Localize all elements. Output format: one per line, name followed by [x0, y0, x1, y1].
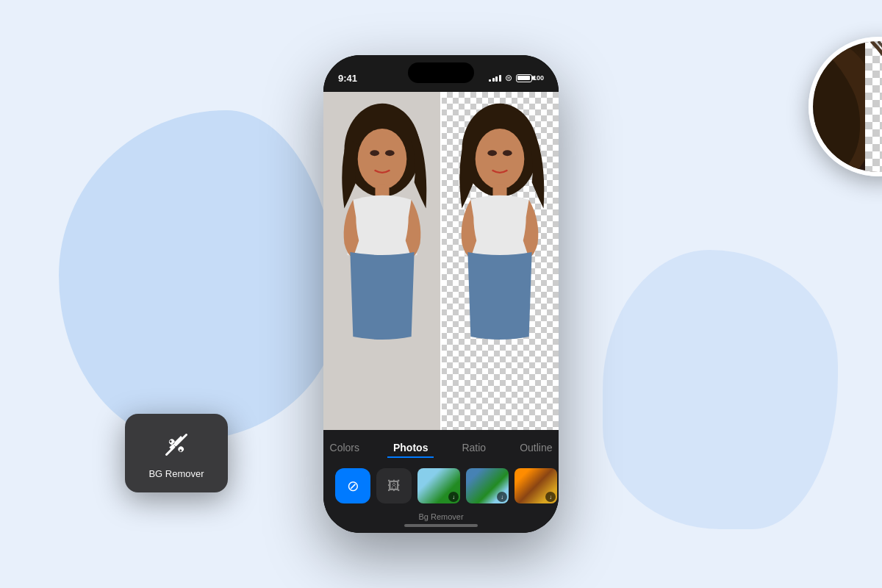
scene: BG Remover 9:41 ⊜ 100: [0, 0, 882, 588]
photo-thumb-2[interactable]: ↓: [466, 468, 509, 503]
add-photo-button[interactable]: 🖼: [376, 468, 412, 503]
phone-screen: 9:41 ⊜ 100: [323, 55, 559, 533]
wifi-icon: ⊜: [505, 73, 512, 83]
split-divider: [440, 92, 442, 430]
magnifier: [808, 37, 882, 176]
svg-point-6: [385, 150, 395, 156]
tab-bar: Colors Photos Ratio Outline: [323, 430, 559, 462]
status-icons: ⊜ 100: [489, 73, 544, 83]
tooltip-box: BG Remover: [125, 414, 228, 492]
home-indicator: [404, 524, 478, 527]
bottom-label: Bg Remover: [323, 509, 559, 524]
svg-point-8: [476, 129, 525, 189]
mag-hair-strands: [813, 41, 882, 172]
bg-remover-tooltip: BG Remover: [125, 414, 228, 492]
dynamic-island: [408, 62, 474, 83]
battery-icon: 100: [516, 74, 544, 82]
magnifier-inner: [813, 41, 882, 172]
tab-outline[interactable]: Outline: [514, 439, 558, 458]
svg-point-10: [487, 150, 497, 156]
status-bar: 9:41 ⊜ 100: [323, 55, 559, 92]
tab-colors[interactable]: Colors: [324, 439, 365, 458]
download-badge-2: ↓: [497, 492, 507, 502]
scissors-icon: [159, 427, 194, 462]
svg-point-3: [358, 129, 407, 189]
no-bg-button[interactable]: ⊘: [335, 468, 370, 503]
battery-level: 100: [533, 74, 544, 82]
svg-point-11: [503, 150, 512, 156]
download-badge-3: ↓: [545, 492, 556, 502]
blob-right: [603, 250, 838, 529]
photo-thumb-1[interactable]: ↓: [417, 468, 460, 503]
download-badge-1: ↓: [448, 492, 459, 502]
image-right-removed: [441, 92, 559, 430]
photo-thumb-3[interactable]: ↓: [514, 468, 557, 503]
signal-bars-icon: [489, 74, 501, 82]
tab-photos[interactable]: Photos: [387, 439, 434, 458]
tooltip-label: BG Remover: [148, 468, 204, 479]
bottom-toolbar: Colors Photos Ratio Outline ⊘ 🖼: [323, 430, 559, 533]
person-right-svg: [441, 92, 559, 430]
tab-ratio[interactable]: Ratio: [456, 439, 492, 458]
phone: 9:41 ⊜ 100: [323, 55, 559, 533]
person-left-svg: [323, 92, 441, 430]
blob-left: [59, 110, 338, 441]
image-left-original: [323, 92, 441, 430]
photos-row: ⊘ 🖼 ↓ ↓: [323, 462, 559, 509]
svg-point-5: [370, 150, 379, 156]
